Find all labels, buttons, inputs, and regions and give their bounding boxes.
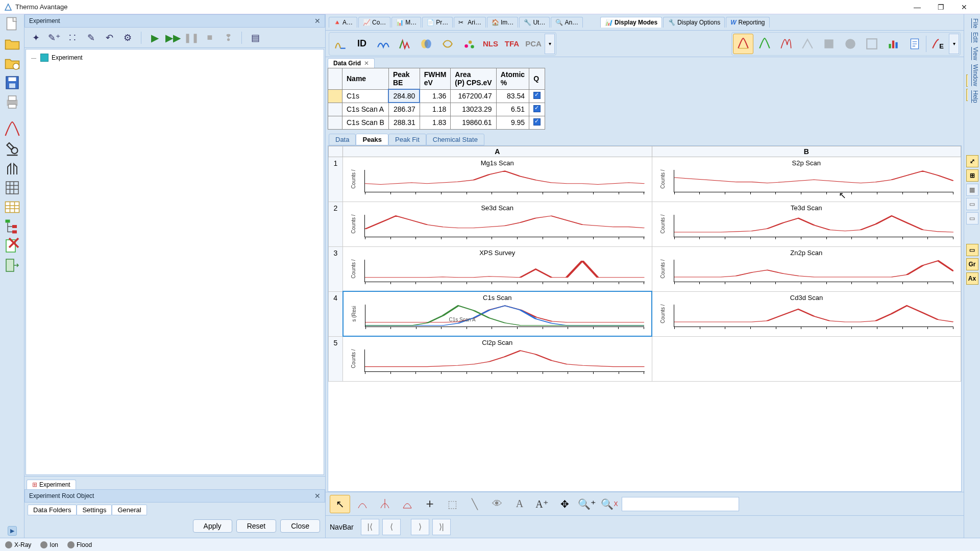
tab-data-folders[interactable]: Data Folders <box>28 505 77 515</box>
chart-cell[interactable]: S2p ScanCounts / <box>652 157 961 202</box>
settings-icon[interactable]: ⚙ <box>120 31 135 45</box>
display-mode-4-icon[interactable] <box>797 34 818 54</box>
chart-plot[interactable] <box>674 170 954 192</box>
experiment-pane-close-icon[interactable]: ✕ <box>314 17 321 25</box>
proc-multipeak-icon[interactable] <box>395 34 415 54</box>
display-mode-7-icon[interactable] <box>862 34 882 54</box>
chart-plot[interactable] <box>674 215 954 237</box>
nav-last-icon[interactable]: ⟩| <box>432 519 451 535</box>
recent-icon[interactable] <box>3 55 21 71</box>
window-close[interactable]: ✕ <box>952 0 976 14</box>
chart-cell[interactable]: Mg1s ScanCounts / <box>343 157 652 202</box>
dg-cell[interactable]: 1.83 <box>420 116 451 129</box>
chart-row-header[interactable]: 2 <box>329 202 343 246</box>
alert-icon[interactable]: ❢ <box>221 31 235 45</box>
chart-plot[interactable] <box>364 170 645 192</box>
proc-smooth-icon[interactable] <box>373 34 394 54</box>
menu-view[interactable]: View <box>969 47 979 60</box>
chart-plot[interactable] <box>364 260 645 282</box>
run-all-icon[interactable]: ▶▶ <box>166 31 180 45</box>
grid-icon[interactable] <box>3 180 21 196</box>
chart-col-header[interactable]: B <box>652 146 961 157</box>
proc-dropdown-icon[interactable]: ▾ <box>545 34 555 54</box>
top-tab-0[interactable]: 🔺A… <box>329 17 357 28</box>
chart-cell[interactable]: Cd3d ScanCounts / <box>652 291 961 336</box>
top-tab-2[interactable]: 📊M… <box>391 17 421 28</box>
top-right-tab-1[interactable]: 🔧Display Options <box>663 17 725 28</box>
text-tool-icon[interactable]: A <box>509 495 530 513</box>
root-object-close-icon[interactable]: ✕ <box>314 492 321 500</box>
nav-prev-icon[interactable]: ⟨ <box>382 519 401 535</box>
close-button[interactable]: Close <box>280 519 320 533</box>
pause-icon[interactable]: ❚❚ <box>184 31 199 45</box>
display-mode-5-icon[interactable] <box>819 34 839 54</box>
q-checkbox[interactable] <box>533 92 541 99</box>
experiment-tab[interactable]: ⊞ Experiment <box>27 480 76 489</box>
dg-cell[interactable]: 286.37 <box>388 103 420 116</box>
display-mode-6-icon[interactable] <box>840 34 861 54</box>
top-tab-5[interactable]: 🏠Im… <box>487 17 518 28</box>
run-icon[interactable]: ▶ <box>148 31 162 45</box>
dg-cell[interactable]: 167200.47 <box>451 89 496 103</box>
table-icon[interactable] <box>3 199 21 215</box>
collapse-icon[interactable]: — <box>31 55 37 61</box>
top-right-tab-0[interactable]: 📊Display Modes <box>600 17 662 28</box>
chart-cell[interactable]: Zn2p ScanCounts / <box>652 246 961 291</box>
dg-col-3[interactable]: FWHMeV <box>420 68 451 90</box>
chart-cell[interactable] <box>652 336 961 381</box>
microscope-icon[interactable] <box>3 141 21 157</box>
menu-help[interactable]: Help <box>969 90 979 103</box>
peak-tool-2-icon[interactable] <box>375 495 395 513</box>
apply-button[interactable]: Apply <box>193 519 232 533</box>
chart-plot[interactable] <box>674 305 953 327</box>
peak-tool-3-icon[interactable] <box>397 495 418 513</box>
top-tab-1[interactable]: 📈Co… <box>358 17 390 28</box>
ax-tool-icon[interactable]: Ax <box>966 272 978 285</box>
chart-cell[interactable]: Se3d ScanCounts / <box>343 202 652 246</box>
menu-edit[interactable]: Edit <box>969 32 979 43</box>
dg-cell[interactable]: 13023.29 <box>451 103 496 116</box>
cursor-tool-icon[interactable]: ↖ <box>330 495 350 513</box>
top-tab-7[interactable]: 🔍An… <box>551 17 583 28</box>
line-tool-icon[interactable]: ╲ <box>464 495 485 513</box>
chart-cell[interactable]: C1s Scans (ResiC1s Scan A <box>343 291 652 336</box>
dg-cell[interactable]: 9.95 <box>496 116 529 129</box>
top-tab-6[interactable]: 🔧Ut… <box>519 17 550 28</box>
eye-tool-icon[interactable]: 👁 <box>487 495 507 513</box>
add-node-icon[interactable]: ✦ <box>29 31 43 45</box>
nav-first-icon[interactable]: |⟨ <box>361 519 379 535</box>
table-row[interactable]: C1s Scan B288.311.8319860.619.95 <box>328 116 545 129</box>
dg-cell[interactable]: 6.51 <box>496 103 529 116</box>
menu-file[interactable]: File <box>969 18 979 28</box>
zoom-in-icon[interactable]: 🔍⁺ <box>577 495 597 513</box>
add-tool-icon[interactable]: + <box>420 495 440 513</box>
proc-baseline-icon[interactable] <box>330 34 351 54</box>
new-icon[interactable] <box>3 16 21 33</box>
display-axis-e-icon[interactable]: E <box>927 34 948 54</box>
window-maximize[interactable]: ❐ <box>929 0 952 14</box>
dg-col-4[interactable]: Area(P) CPS.eV <box>451 68 496 90</box>
expand-cell-icon[interactable]: ⤢ <box>966 155 978 167</box>
select-region-icon[interactable]: ⬚ <box>442 495 462 513</box>
instrument-icon[interactable] <box>3 160 21 177</box>
peak-tool-1-icon[interactable] <box>352 495 373 513</box>
text-plus-icon[interactable]: A⁺ <box>532 495 552 513</box>
proc-pca-icon[interactable]: PCA <box>523 34 544 54</box>
chart-cell[interactable]: Cl2p ScanCounts / <box>343 336 652 381</box>
sub-tab-peak-fit[interactable]: Peak Fit <box>388 134 426 145</box>
chart-plot[interactable] <box>364 215 645 237</box>
export-icon[interactable] <box>3 257 21 273</box>
sub-tab-peaks[interactable]: Peaks <box>356 134 388 145</box>
dg-col-6[interactable]: Q <box>529 68 545 90</box>
dg-cell[interactable]: 19860.61 <box>451 116 496 129</box>
dg-cell[interactable]: 1.36 <box>420 89 451 103</box>
peak-icon[interactable] <box>3 121 21 138</box>
display-mode-3-icon[interactable] <box>776 34 796 54</box>
top-right-tab-2[interactable]: WReporting <box>726 17 769 28</box>
snap-grid-icon[interactable]: ⸬ <box>65 31 80 45</box>
sub-tab-chemical-state[interactable]: Chemical State <box>426 134 484 145</box>
data-grid-tab[interactable]: Data Grid ✕ <box>328 58 375 68</box>
chart-grid[interactable]: AB1Mg1s ScanCounts /S2p ScanCounts /2Se3… <box>328 145 962 492</box>
dg-col-2[interactable]: PeakBE <box>388 68 420 90</box>
display-mode-2-icon[interactable] <box>754 34 775 54</box>
